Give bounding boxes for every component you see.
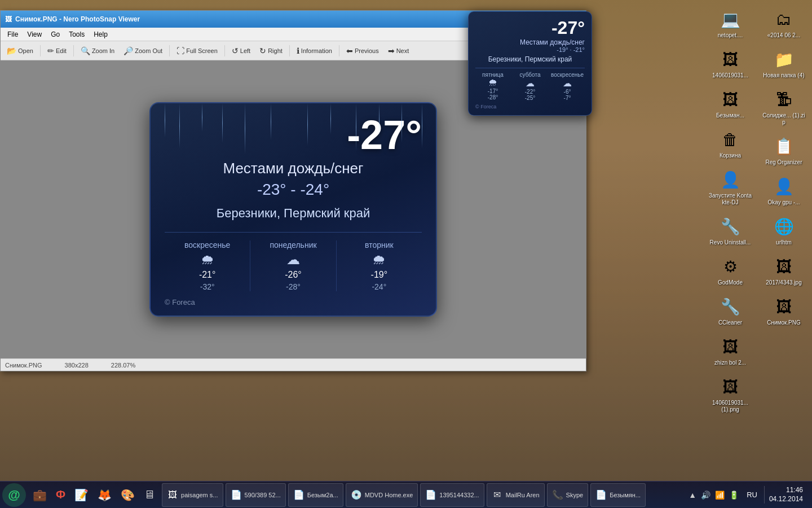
zapustite-label: Запустите Kontakte-DJ	[709, 192, 752, 206]
desktop-icon-reg[interactable]: 📋 Reg Organizer	[760, 133, 808, 168]
desktop-icon-okgpu[interactable]: 👤 Okay gpu -...	[760, 173, 808, 208]
next-icon: ➡	[388, 46, 395, 55]
weather-footer: © Foreca	[165, 298, 422, 306]
desktop-icon-ccleaner[interactable]: 🔧 CCleaner	[707, 293, 754, 329]
toolbar-sep-6	[339, 45, 339, 56]
desktop-icon-folder-2014[interactable]: 🗂 «2014 06 2...	[760, 6, 808, 41]
rotate-right-label: Right	[268, 47, 283, 54]
systray-clock[interactable]: 11:46 04.12.2014	[764, 486, 807, 503]
desktop-icon-bezim[interactable]: 🖼 Безыман...	[707, 86, 754, 121]
systray-expand-icon[interactable]: ▲	[687, 489, 698, 501]
quicklaunch-notebook[interactable]: 📝	[70, 481, 93, 508]
quicklaunch-color[interactable]: 🎨	[116, 481, 139, 508]
edit-button[interactable]: ✏ Edit	[43, 43, 70, 58]
next-button[interactable]: ➡ Next	[384, 43, 413, 58]
bezim-label: Безыман...	[716, 112, 744, 119]
toolbar-sep-4	[224, 45, 225, 56]
desktop-icon-netopet[interactable]: 💻 netopet....	[707, 6, 754, 41]
status-filename: Снимок.PNG	[5, 362, 42, 369]
information-icon: ℹ	[297, 46, 299, 55]
taskbar-app-bezimn-icon: 📄	[595, 489, 607, 501]
rotate-right-button[interactable]: ↻ Right	[255, 43, 286, 58]
edit-label: Edit	[56, 47, 67, 54]
weather-popup: -27° Местами дождь/снег -19° · -21° Бере…	[468, 11, 592, 116]
taskbar-app-paisagem[interactable]: 🖼 paisagem s...	[162, 483, 223, 507]
zoom-in-icon: 🔍	[81, 46, 90, 55]
menu-help[interactable]: Help	[89, 29, 112, 40]
open-button[interactable]: 📂 Open	[3, 43, 37, 58]
ccleaner-label: CCleaner	[718, 319, 742, 326]
systray-network-icon[interactable]: 📶	[714, 489, 726, 501]
desktop-icon-revo[interactable]: 🔧 Revo Uninstall...	[707, 213, 754, 248]
desktop-icon-godmode[interactable]: ⚙ GodMode	[707, 253, 754, 288]
popup-day-name-2: воскресенье	[551, 72, 584, 78]
taskbar-app-590[interactable]: 📄 590/389 52...	[226, 483, 286, 507]
desktop-icon-korzina[interactable]: 🗑 Корзина	[707, 126, 754, 161]
popup-day-icon-2: ☁	[550, 78, 585, 89]
quicklaunch-phi[interactable]: Ф	[51, 481, 70, 508]
taskbar-app-skype[interactable]: 📞 Skype	[547, 483, 589, 507]
taskbar-app-bezim-label: Безым2а...	[307, 492, 338, 498]
systray-language[interactable]: RU	[743, 491, 761, 499]
godmode-icon: ⚙	[719, 255, 742, 278]
toolbar-sep-5	[289, 45, 290, 56]
systray-battery-icon[interactable]: 🔋	[728, 489, 740, 501]
quicklaunch-at[interactable]: @	[2, 483, 26, 507]
desktop-icon-jpg[interactable]: 🖼 2017/4343.jpg	[760, 253, 808, 288]
menu-file[interactable]: File	[3, 29, 23, 40]
rotate-left-button[interactable]: ↺ Left	[228, 43, 254, 58]
information-button[interactable]: ℹ Information	[293, 43, 336, 58]
snimok-label: Снимок.PNG	[767, 319, 801, 326]
desktop-icons-right2: 💻 netopet.... 🖼 1406019031... 🖼 Безыман.…	[705, 0, 756, 481]
quicklaunch-browser[interactable]: 🦊	[93, 481, 116, 508]
menu-tools[interactable]: Tools	[64, 29, 89, 40]
systray-volume-icon[interactable]: 🔊	[700, 489, 712, 501]
quicklaunch-monitor[interactable]: 🖥	[139, 481, 160, 508]
taskbar-app-mdvd[interactable]: 💿 MDVD Home.exe	[346, 483, 418, 507]
desktop-icon-zip[interactable]: 🗜 Солидже... (1).zip	[760, 86, 808, 128]
menu-go[interactable]: Go	[46, 29, 64, 40]
taskbar-app-mailru-icon: ✉	[492, 489, 503, 501]
korzina-icon: 🗑	[719, 128, 742, 151]
zoom-out-button[interactable]: 🔎 Zoom Out	[120, 43, 166, 58]
previous-button[interactable]: ⬅ Previous	[342, 43, 383, 58]
desktop-icon-zapustite[interactable]: 👤 Запустите Kontakte-DJ	[707, 166, 754, 208]
menu-view[interactable]: View	[23, 29, 46, 40]
forecast-day-name-1: понедельник	[270, 240, 316, 249]
fullscreen-button[interactable]: ⛶ Full Screen	[173, 43, 222, 58]
taskbar-systray: ▲ 🔊 📶 🔋 RU 11:46 04.12.2014	[683, 481, 812, 508]
zoom-in-button[interactable]: 🔍 Zoom In	[77, 43, 118, 58]
desktop-icon-140602[interactable]: 🖼 1406019031... (1).png	[707, 373, 754, 415]
popup-forecast: пятница 🌨 -17° -28° суббота ☁ -22° -25° …	[475, 68, 585, 101]
taskbar-app-bezimn[interactable]: 📄 Безымян...	[590, 483, 646, 507]
taskbar-app-mailru[interactable]: ✉ MailRu Aren	[487, 483, 545, 507]
taskbar-app-1395[interactable]: 📄 1395144332...	[420, 483, 484, 507]
revo-label: Revo Uninstall...	[710, 239, 751, 246]
jpg-icon: 🖼	[773, 255, 795, 278]
taskbar-app-skype-icon: 📞	[552, 489, 563, 501]
taskbar-app-bezim[interactable]: 📄 Безым2а...	[288, 483, 343, 507]
desktop-icon-urlhtm[interactable]: 🌐 urlhtm	[760, 213, 808, 248]
zhizn-label: zhizn bol 2...	[714, 360, 746, 366]
taskbar-quicklaunch: @ 💼 Ф 📝 🦊 🎨 🖥	[0, 481, 160, 508]
140601-1-label: 1406019031...	[712, 72, 748, 79]
taskbar-app-paisagem-label: paisagem s...	[181, 492, 218, 498]
forecast-day-1: понедельник ☁ -26° -28°	[250, 240, 336, 291]
desktop-icon-snimok[interactable]: 🖼 Снимок.PNG	[760, 293, 808, 329]
desktop-icon-140601-1[interactable]: 🖼 1406019031...	[707, 46, 754, 81]
desktop-icon-new-folder[interactable]: 📁 Новая папка (4)	[760, 46, 808, 81]
desktop-icon-zhizn[interactable]: 🖼 zhizn bol 2...	[707, 333, 754, 369]
fullscreen-icon: ⛶	[176, 46, 184, 55]
zhizn-icon: 🖼	[719, 335, 742, 358]
toolbar-sep-3	[169, 45, 170, 56]
popup-temperature: -27°	[475, 17, 585, 38]
rotate-left-label: Left	[240, 47, 250, 54]
zoom-out-icon: 🔎	[123, 46, 133, 55]
taskbar-app-paisagem-icon: 🖼	[167, 489, 178, 501]
taskbar-app-skype-label: Skype	[566, 492, 584, 498]
netopet-label: netopet....	[718, 32, 743, 39]
status-dimensions: 380x228	[65, 362, 89, 369]
forecast-low-1: -28°	[286, 282, 301, 291]
information-label: Information	[301, 47, 332, 54]
quicklaunch-bag[interactable]: 💼	[28, 481, 51, 508]
